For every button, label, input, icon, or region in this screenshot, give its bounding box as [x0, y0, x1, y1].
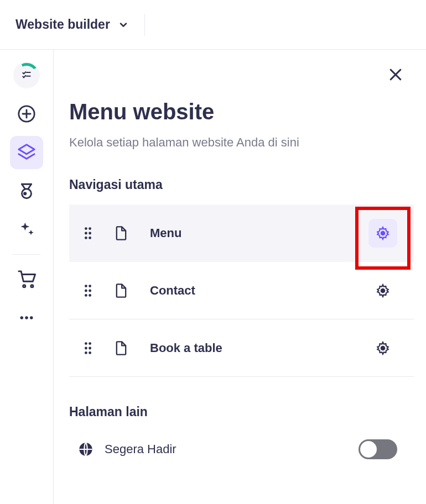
- svg-point-35: [381, 346, 385, 350]
- nav-item-menu[interactable]: Menu: [69, 204, 414, 262]
- topbar: Website builder: [0, 0, 426, 50]
- sidebar-pages[interactable]: [10, 136, 43, 169]
- svg-point-26: [85, 294, 87, 297]
- checklist-icon: [13, 62, 40, 88]
- svg-point-7: [24, 193, 25, 195]
- svg-point-33: [85, 351, 87, 354]
- sidebar-checklist[interactable]: [10, 59, 43, 92]
- svg-point-11: [25, 316, 28, 319]
- app-switcher[interactable]: Website builder: [15, 17, 129, 32]
- nav-item-label: Menu: [150, 226, 347, 240]
- svg-point-12: [30, 316, 33, 319]
- sparkles-icon: [18, 221, 35, 239]
- svg-point-27: [89, 294, 91, 297]
- spacer: [69, 467, 414, 504]
- coming-soon-toggle[interactable]: [359, 439, 397, 459]
- svg-point-34: [89, 351, 91, 354]
- chevron-down-icon: [118, 19, 129, 30]
- app-title: Website builder: [15, 17, 110, 32]
- sidebar-more[interactable]: [10, 301, 43, 334]
- svg-point-19: [85, 237, 87, 239]
- divider: [13, 254, 40, 255]
- svg-marker-5: [19, 145, 34, 154]
- nav-item-label: Book a table: [150, 341, 347, 355]
- panel-subtitle: Kelola setiap halaman website Anda di si…: [69, 135, 414, 150]
- svg-point-9: [31, 285, 33, 287]
- nav-list: Menu Contact: [69, 204, 414, 377]
- svg-point-20: [89, 237, 91, 239]
- divider: [144, 14, 145, 36]
- page-icon: [113, 340, 129, 356]
- page-icon: [113, 225, 129, 241]
- main-nav-section: Navigasi utama Menu: [69, 177, 414, 377]
- drag-handle[interactable]: [84, 284, 92, 297]
- section-heading: Navigasi utama: [69, 177, 414, 192]
- svg-point-21: [381, 232, 385, 235]
- svg-point-30: [89, 342, 91, 345]
- plus-circle-icon: [17, 104, 36, 123]
- svg-point-24: [85, 289, 87, 292]
- nav-item-book[interactable]: Book a table: [69, 319, 414, 377]
- sidebar-store[interactable]: [10, 262, 43, 296]
- globe-icon: [78, 442, 93, 457]
- svg-point-29: [85, 342, 87, 345]
- nav-item-contact[interactable]: Contact: [69, 262, 414, 319]
- other-pages-section: Halaman lain Segera Hadir: [69, 405, 414, 467]
- svg-point-22: [85, 285, 87, 287]
- layers-icon: [17, 143, 36, 162]
- sidebar-add[interactable]: [10, 97, 43, 130]
- sidebar: [0, 50, 54, 504]
- panel: Menu website Kelola setiap halaman websi…: [54, 50, 426, 504]
- sidebar-styles[interactable]: [10, 175, 43, 208]
- svg-point-16: [89, 227, 91, 230]
- palette-icon: [17, 182, 36, 201]
- nav-item-settings[interactable]: [368, 334, 397, 363]
- scroll-area[interactable]: Menu website Kelola setiap halaman websi…: [69, 99, 414, 504]
- coming-soon-row: Segera Hadir: [69, 432, 414, 467]
- svg-point-15: [85, 227, 87, 230]
- dots-icon: [18, 309, 35, 326]
- panel-heading: Menu website: [69, 99, 414, 124]
- gear-icon: [376, 226, 390, 240]
- section-heading: Halaman lain: [69, 405, 414, 419]
- drag-icon: [84, 284, 92, 297]
- nav-item-label: Contact: [150, 284, 347, 298]
- svg-point-18: [89, 232, 91, 235]
- close-icon: [387, 66, 404, 83]
- gear-icon: [376, 284, 390, 298]
- toggle-knob: [360, 441, 377, 458]
- svg-point-10: [20, 316, 24, 319]
- svg-point-25: [89, 289, 91, 292]
- drag-handle[interactable]: [84, 227, 92, 240]
- close-button[interactable]: [387, 66, 404, 83]
- drag-icon: [84, 227, 92, 240]
- svg-point-23: [89, 285, 91, 287]
- drag-icon: [84, 342, 92, 355]
- svg-point-8: [23, 285, 25, 287]
- coming-soon-label: Segera Hadir: [105, 442, 347, 456]
- page-icon: [113, 283, 129, 298]
- cart-icon: [17, 270, 36, 288]
- nav-item-settings[interactable]: [368, 276, 397, 305]
- gear-icon: [376, 341, 390, 355]
- drag-handle[interactable]: [84, 342, 92, 355]
- svg-point-32: [89, 347, 91, 349]
- svg-point-28: [381, 288, 385, 292]
- main-area: Menu website Kelola setiap halaman websi…: [0, 50, 426, 504]
- sidebar-ai[interactable]: [10, 213, 43, 246]
- nav-item-settings[interactable]: [368, 219, 397, 248]
- svg-point-31: [85, 347, 87, 349]
- svg-point-17: [85, 232, 87, 235]
